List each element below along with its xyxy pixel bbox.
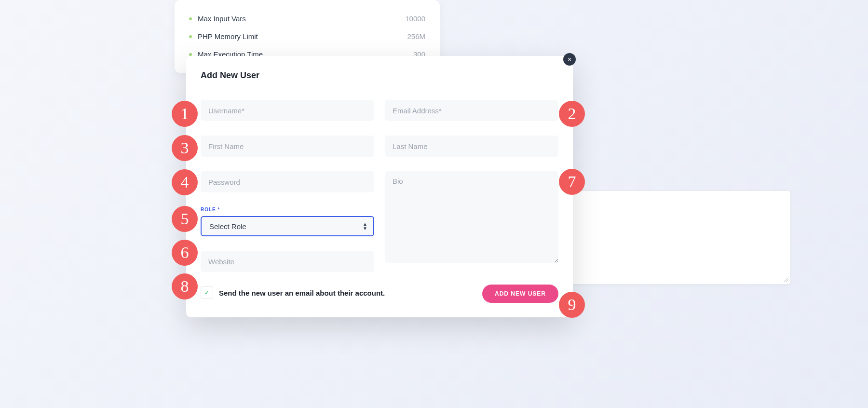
website-input[interactable]	[201, 251, 374, 272]
close-button[interactable]: ×	[563, 53, 576, 66]
role-select[interactable]: Select Role	[201, 216, 374, 236]
annotation-badge-3: 3	[172, 135, 198, 161]
send-email-checkbox[interactable]: ✓	[201, 286, 213, 299]
add-new-user-button[interactable]: ADD NEW USER	[482, 285, 558, 303]
status-dot-icon	[189, 17, 192, 20]
modal-header: Add New User	[186, 56, 573, 90]
info-row: PHP Memory Limit 256M	[189, 27, 425, 45]
check-icon: ✓	[204, 289, 209, 296]
checkbox-label: Send the new user an email about their a…	[219, 289, 385, 297]
info-value: 10000	[405, 14, 425, 23]
firstname-input[interactable]	[201, 136, 374, 157]
annotation-badge-6: 6	[172, 240, 198, 266]
annotation-badge-1: 1	[172, 101, 198, 127]
role-label: ROLE *	[201, 207, 374, 212]
background-panel	[559, 190, 791, 285]
username-input[interactable]	[201, 100, 374, 121]
info-label: PHP Memory Limit	[198, 32, 258, 41]
info-value: 256M	[407, 32, 425, 41]
info-row: Max Input Vars 10000	[189, 10, 425, 27]
annotation-badge-7: 7	[559, 169, 585, 195]
status-dot-icon	[189, 53, 192, 56]
annotation-badge-8: 8	[172, 273, 198, 299]
lastname-input[interactable]	[385, 136, 558, 157]
status-dot-icon	[189, 35, 192, 38]
annotation-badge-5: 5	[172, 206, 198, 232]
annotation-badge-4: 4	[172, 169, 198, 195]
modal-title: Add New User	[201, 70, 558, 81]
close-icon: ×	[568, 56, 571, 63]
modal-body: ROLE * Select Role ▲▼	[186, 90, 573, 306]
info-label: Max Input Vars	[198, 14, 246, 23]
add-user-modal: × Add New User ROLE *	[186, 56, 573, 317]
annotation-badge-9: 9	[559, 292, 585, 318]
password-input[interactable]	[201, 171, 374, 192]
bio-textarea[interactable]	[385, 171, 558, 263]
email-input[interactable]	[385, 100, 558, 121]
annotation-badge-2: 2	[559, 101, 585, 127]
